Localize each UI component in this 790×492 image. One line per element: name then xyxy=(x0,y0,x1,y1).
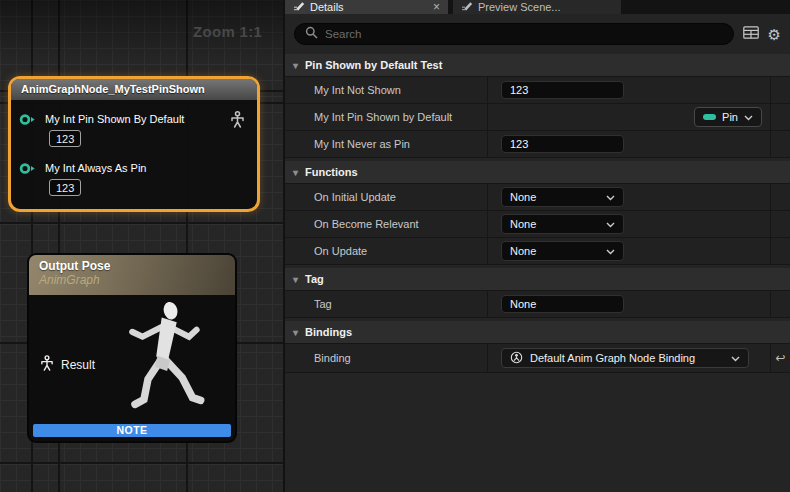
details-tab-icon xyxy=(293,1,305,13)
dropdown-value: None xyxy=(510,191,536,203)
property-value-cell: None xyxy=(487,211,770,237)
settings-gear-icon[interactable]: ⚙ xyxy=(768,27,781,42)
property-label: On Initial Update xyxy=(285,184,487,210)
category-title: Bindings xyxy=(305,326,352,338)
section-pin-shown-by-default-test: ▾ Pin Shown by Default Test My Int Not S… xyxy=(285,54,790,158)
panel-tabbar: Details × Preview Scene... xyxy=(285,0,790,14)
property-row: My Int Never as Pin xyxy=(285,131,790,158)
property-value-cell xyxy=(487,291,770,317)
my-int-never-as-pin-input[interactable] xyxy=(501,135,624,153)
pose-watch-icon[interactable] xyxy=(230,111,245,133)
search-icon xyxy=(305,25,318,43)
output-node-title: Output Pose xyxy=(39,259,225,273)
pin-pill-icon xyxy=(703,114,716,120)
graph-node-mytestpinshown[interactable]: AnimGraphNode_MyTestPinShown My Int Pin … xyxy=(8,76,260,212)
tab-label: Preview Scene... xyxy=(478,1,561,13)
pin-visibility-dropdown[interactable]: Pin xyxy=(694,107,762,127)
node-title[interactable]: AnimGraphNode_MyTestPinShown xyxy=(11,79,257,100)
reset-column xyxy=(770,291,790,317)
chevron-down-icon[interactable]: ▾ xyxy=(293,167,298,178)
reset-column xyxy=(770,104,790,130)
exec-pin-icon[interactable] xyxy=(19,112,37,130)
property-value-cell: None xyxy=(487,238,770,264)
property-label: Binding xyxy=(285,344,487,372)
property-value-cell xyxy=(487,131,770,157)
property-row: Binding Default Anim Graph Node Binding xyxy=(285,344,790,373)
property-label: On Become Relevant xyxy=(285,211,487,237)
close-icon[interactable]: × xyxy=(433,1,440,13)
pin-value-field[interactable]: 123 xyxy=(49,179,81,196)
tab-preview-scene[interactable]: Preview Scene... xyxy=(453,0,621,14)
note-banner[interactable]: NOTE xyxy=(33,424,231,437)
property-row: On Update None xyxy=(285,238,790,265)
chevron-down-icon[interactable]: ▾ xyxy=(293,327,298,338)
property-sections: ▾ Pin Shown by Default Test My Int Not S… xyxy=(285,54,790,373)
mannequin-figure xyxy=(87,297,235,431)
chevron-down-icon xyxy=(606,245,615,257)
search-input[interactable] xyxy=(325,28,723,40)
property-value-cell xyxy=(487,77,770,103)
app-window: Zoom 1:1 AnimGraphNode_MyTestPinShown My… xyxy=(0,0,790,492)
property-value-cell: Default Anim Graph Node Binding xyxy=(487,344,770,372)
zoom-level-label: Zoom 1:1 xyxy=(193,23,262,40)
chevron-down-icon xyxy=(606,191,615,203)
reset-column xyxy=(770,238,790,264)
reset-to-default-button[interactable]: ↩ xyxy=(770,344,790,372)
on-initial-update-dropdown[interactable]: None xyxy=(501,187,624,207)
pin-label: My Int Pin Shown By Default xyxy=(45,113,184,125)
category-title: Tag xyxy=(305,273,324,285)
tab-label: Details xyxy=(310,1,344,13)
pin-dropdown-label: Pin xyxy=(722,111,738,123)
result-pin-row[interactable]: Result xyxy=(40,355,95,375)
property-row: On Become Relevant None xyxy=(285,211,790,238)
property-value-cell: None xyxy=(487,184,770,210)
anim-graph-canvas[interactable]: Zoom 1:1 AnimGraphNode_MyTestPinShown My… xyxy=(0,0,283,492)
node-pin-row: My Int Pin Shown By Default 123 xyxy=(19,109,184,147)
binding-dropdown[interactable]: Default Anim Graph Node Binding xyxy=(501,348,749,368)
category-title: Pin Shown by Default Test xyxy=(305,59,442,71)
on-update-dropdown[interactable]: None xyxy=(501,241,624,261)
node-pin-row: My Int Always As Pin 123 xyxy=(19,158,146,196)
person-pin-icon[interactable] xyxy=(40,355,54,375)
my-int-not-shown-input[interactable] xyxy=(501,81,624,99)
reset-column xyxy=(770,131,790,157)
on-become-relevant-dropdown[interactable]: None xyxy=(501,214,624,234)
details-panel: Details × Preview Scene... ⚙ xyxy=(285,0,790,492)
category-title: Functions xyxy=(305,166,358,178)
chevron-down-icon[interactable]: ▾ xyxy=(293,60,298,71)
category-header[interactable]: ▾ Pin Shown by Default Test xyxy=(285,54,790,77)
dropdown-value: None xyxy=(510,218,536,230)
exec-pin-icon[interactable] xyxy=(19,161,37,179)
pin-label: My Int Always As Pin xyxy=(45,162,146,174)
chevron-down-icon[interactable]: ▾ xyxy=(293,274,298,285)
tab-details[interactable]: Details × xyxy=(285,0,448,14)
property-row: My Int Not Shown xyxy=(285,77,790,104)
tag-input[interactable] xyxy=(501,295,624,313)
display-filter-icon[interactable] xyxy=(743,25,759,43)
preview-tab-icon xyxy=(461,1,473,13)
property-row: My Int Pin Shown by Default Pin xyxy=(285,104,790,131)
section-functions: ▾ Functions On Initial Update None On Be… xyxy=(285,161,790,265)
chevron-down-icon xyxy=(606,218,615,230)
property-label: Tag xyxy=(285,291,487,317)
search-box[interactable] xyxy=(294,23,734,45)
property-label: My Int Not Shown xyxy=(285,77,487,103)
chevron-down-icon xyxy=(731,352,740,364)
dropdown-value: None xyxy=(510,245,536,257)
graph-node-output-pose[interactable]: Output Pose AnimGraph xyxy=(27,253,237,443)
category-header[interactable]: ▾ Tag xyxy=(285,268,790,291)
output-node-subtitle: AnimGraph xyxy=(39,273,225,287)
reset-column xyxy=(770,184,790,210)
property-label: On Update xyxy=(285,238,487,264)
binding-dropdown-label: Default Anim Graph Node Binding xyxy=(530,352,695,364)
section-bindings: ▾ Bindings Binding Default Anim Graph No… xyxy=(285,321,790,373)
reset-column xyxy=(770,77,790,103)
property-value-cell: Pin xyxy=(487,104,770,130)
property-row: Tag xyxy=(285,291,790,318)
result-pin-label: Result xyxy=(61,358,95,372)
category-header[interactable]: ▾ Functions xyxy=(285,161,790,184)
reset-column xyxy=(770,211,790,237)
output-node-header[interactable]: Output Pose AnimGraph xyxy=(29,255,235,295)
category-header[interactable]: ▾ Bindings xyxy=(285,321,790,344)
pin-value-field[interactable]: 123 xyxy=(49,130,81,147)
